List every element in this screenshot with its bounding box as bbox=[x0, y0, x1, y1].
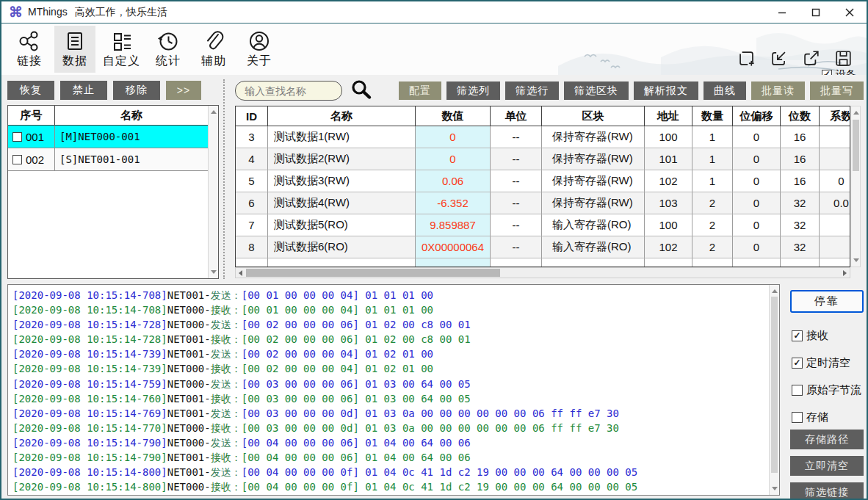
log-option-checkbox[interactable]: 原始字节流 bbox=[792, 377, 861, 404]
device-row[interactable]: 001 [M]NET000-001 bbox=[8, 126, 218, 148]
device-row[interactable]: 002 [S]NET001-001 bbox=[8, 148, 218, 171]
data-table-vertical-scrollbar[interactable] bbox=[850, 106, 861, 267]
cell-value[interactable]: 0X00000064 bbox=[416, 236, 491, 258]
scroll-down-icon[interactable] bbox=[853, 258, 859, 262]
data-toolbar-buttons: 配置 筛选列 筛选行 筛选区块 解析报文 曲线 批量读 批量写 bbox=[399, 81, 864, 100]
toolbar-item-custom[interactable]: 自定义 bbox=[100, 26, 143, 73]
log-timestamp: [2020-09-08 10:15:14-728] bbox=[12, 333, 167, 345]
cell-value[interactable]: 0.06 bbox=[416, 170, 491, 192]
cell-id: 5 bbox=[236, 170, 268, 192]
log-action-button[interactable]: 立即清空 bbox=[790, 456, 864, 476]
log-hex-bytes: [00 04 00 00 00 0f] 01 04 0c 41 1d c2 19… bbox=[242, 481, 637, 493]
checkbox-icon[interactable] bbox=[792, 358, 803, 369]
scroll-up-icon[interactable] bbox=[772, 289, 778, 293]
search-input[interactable] bbox=[235, 81, 342, 101]
data-action-button[interactable]: 筛选行 bbox=[505, 81, 559, 100]
cell-value[interactable]: 0 bbox=[416, 126, 491, 148]
device-action-button[interactable]: 禁止 bbox=[60, 81, 107, 100]
toolbar-checkbox[interactable]: 设备 bbox=[822, 68, 856, 75]
checkbox-icon[interactable] bbox=[822, 70, 832, 76]
data-action-button[interactable]: 批量写 bbox=[810, 81, 864, 100]
column-header-name: 名称 bbox=[55, 106, 208, 126]
log-option-checkbox[interactable]: 定时清空 bbox=[792, 349, 861, 377]
row-checkbox[interactable] bbox=[12, 132, 22, 142]
log-net-label: NET000- bbox=[167, 319, 211, 330]
cell-coef bbox=[820, 148, 850, 170]
cell-value[interactable]: 0 bbox=[416, 148, 491, 170]
log-hex-bytes: [00 02 00 00 00 04] 01 02 01 00 bbox=[242, 363, 433, 374]
log-option-checkbox[interactable]: 接收 bbox=[792, 322, 861, 349]
scroll-up-icon[interactable] bbox=[211, 110, 217, 114]
scroll-down-icon[interactable] bbox=[772, 487, 778, 490]
column-header-bits: 位数 bbox=[781, 106, 820, 126]
scroll-right-icon[interactable] bbox=[843, 270, 847, 276]
scrollbar-thumb[interactable] bbox=[853, 120, 859, 171]
checkbox-icon[interactable] bbox=[792, 412, 803, 423]
cell-coef bbox=[820, 236, 850, 258]
scroll-left-icon[interactable] bbox=[239, 270, 242, 276]
app-logo-icon: ⌘ bbox=[9, 5, 23, 19]
import-arrow-icon bbox=[769, 48, 789, 68]
log-line: [2020-09-08 10:15:14-708]NET000-接收：[00 0… bbox=[12, 302, 778, 317]
data-action-button[interactable]: 筛选列 bbox=[446, 81, 500, 100]
data-table-horizontal-scrollbar[interactable] bbox=[235, 267, 850, 278]
panel-splitter[interactable] bbox=[223, 79, 225, 279]
save-button[interactable] bbox=[833, 48, 853, 68]
data-action-button[interactable]: 配置 bbox=[399, 81, 441, 100]
data-row[interactable]: 4 测试数据2(RW) 0 -- 保持寄存器(RW) 101 1 0 16 bbox=[236, 148, 850, 170]
toolbar-item-stats[interactable]: 统计 bbox=[148, 26, 189, 73]
log-line: [2020-09-08 10:15:14-708]NET001-发送：[00 0… bbox=[12, 288, 778, 302]
log-net-label: NET001- bbox=[167, 466, 211, 478]
save-floppy-icon bbox=[833, 48, 853, 68]
cell-value[interactable]: 9.859887 bbox=[416, 214, 491, 236]
log-timestamp: [2020-09-08 10:15:14-739] bbox=[12, 363, 167, 374]
cell-unit: -- bbox=[491, 214, 542, 236]
row-checkbox[interactable] bbox=[12, 155, 22, 164]
device-action-button[interactable]: >> bbox=[166, 81, 201, 100]
scrollbar-thumb[interactable] bbox=[246, 269, 500, 277]
checkbox-icon[interactable] bbox=[792, 330, 803, 341]
log-option-checkbox[interactable]: 存储 bbox=[792, 404, 861, 431]
toolbar-item-data[interactable]: 数据 bbox=[54, 26, 95, 73]
log-line: [2020-09-08 10:15:14-728]NET001-接收：[00 0… bbox=[12, 332, 778, 347]
log-net-label: NET001- bbox=[167, 289, 211, 301]
scroll-up-icon[interactable] bbox=[853, 111, 859, 115]
data-row[interactable]: 6 测试数据4(RW) -6.352 -- 保持寄存器(RW) 103 2 0 … bbox=[236, 192, 850, 214]
log-scrollbar[interactable] bbox=[769, 285, 779, 495]
search-button[interactable] bbox=[350, 79, 373, 102]
log-action-button[interactable]: 存储路径 bbox=[790, 430, 864, 449]
maximize-button[interactable] bbox=[799, 1, 833, 23]
device-action-button[interactable]: 移除 bbox=[113, 81, 160, 100]
cell-addr: 102 bbox=[645, 236, 692, 258]
scroll-down-icon[interactable] bbox=[211, 270, 217, 274]
cell-unit: -- bbox=[491, 236, 542, 258]
data-action-button[interactable]: 解析报文 bbox=[634, 81, 698, 100]
log-lines: [2020-09-08 10:15:14-708]NET001-发送：[00 0… bbox=[12, 288, 778, 494]
toolbar-item-assist[interactable]: 辅助 bbox=[193, 26, 234, 73]
device-action-button[interactable]: 恢复 bbox=[7, 81, 54, 100]
cell-name: 测试数据5(RO) bbox=[268, 214, 416, 236]
checkbox-icon[interactable] bbox=[792, 385, 803, 396]
import-button[interactable] bbox=[769, 48, 789, 68]
cell-block: 保持寄存器(RW) bbox=[542, 148, 645, 170]
cell-value[interactable]: -6.352 bbox=[416, 192, 491, 214]
data-row[interactable]: 3 测试数据1(RW) 0 -- 保持寄存器(RW) 100 1 0 16 bbox=[236, 126, 850, 148]
log-action-button[interactable]: 筛选链接 bbox=[790, 482, 864, 500]
close-button[interactable] bbox=[833, 1, 867, 23]
data-action-button[interactable]: 筛选区块 bbox=[564, 81, 629, 100]
data-row[interactable]: 7 测试数据5(RO) 9.859887 -- 输入寄存器(RO) 100 2 … bbox=[236, 214, 850, 236]
export-button[interactable] bbox=[801, 48, 821, 68]
data-action-button[interactable]: 曲线 bbox=[704, 81, 746, 100]
toolbar-item-link[interactable]: 链接 bbox=[9, 26, 50, 73]
data-row-clipped[interactable] bbox=[236, 258, 850, 267]
data-action-button[interactable]: 批量读 bbox=[751, 81, 805, 100]
dock-button[interactable]: 停靠 bbox=[790, 290, 864, 313]
device-table-scrollbar[interactable] bbox=[208, 106, 218, 278]
data-row[interactable]: 8 测试数据6(RO) 0X00000064 -- 输入寄存器(RO) 102 … bbox=[236, 236, 850, 258]
scrollbar-thumb[interactable] bbox=[771, 297, 778, 473]
toolbar-item-about[interactable]: 关于 bbox=[239, 26, 280, 73]
minimize-button[interactable] bbox=[765, 1, 799, 23]
cell-coef bbox=[820, 214, 850, 236]
data-row[interactable]: 5 测试数据3(RW) 0.06 -- 保持寄存器(RW) 102 1 0 16… bbox=[236, 170, 850, 192]
new-window-button[interactable] bbox=[737, 48, 756, 68]
